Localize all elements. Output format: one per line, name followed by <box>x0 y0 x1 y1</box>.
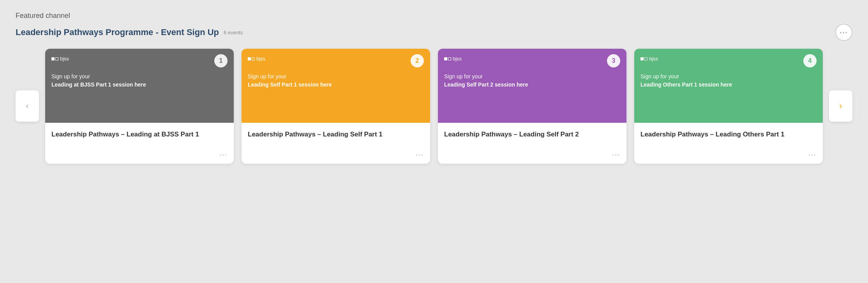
chevron-left-icon: ‹ <box>26 101 28 111</box>
card-dots-button-3[interactable]: ··· <box>612 151 620 159</box>
signup-normal: Sign up for your <box>640 73 679 80</box>
card-body-3: Leadership Pathways – Leading Self Part … <box>438 123 626 146</box>
card-2: bjss 2 Sign up for your Leading Self Par… <box>242 49 430 164</box>
card-image-1: bjss 1 Sign up for your Leading at BJSS … <box>45 49 234 123</box>
card-number-4: 4 <box>803 54 817 67</box>
card-title-2: Leadership Pathways – Leading Self Part … <box>248 130 424 139</box>
logo-sq-2 <box>644 57 647 60</box>
card-footer-3: ··· <box>438 146 626 164</box>
signup-bold: Leading Self Part 2 session here <box>444 81 528 88</box>
card-image-3: bjss 3 Sign up for your Leading Self Par… <box>438 49 626 123</box>
logo-text: bjss <box>256 56 265 62</box>
card-title-1: Leadership Pathways – Leading at BJSS Pa… <box>51 130 228 139</box>
signup-normal: Sign up for your <box>248 73 286 80</box>
page-container: Featured channel Leadership Pathways Pro… <box>16 12 852 164</box>
signup-bold: Leading Others Part 1 session here <box>640 81 732 88</box>
card-body-1: Leadership Pathways – Leading at BJSS Pa… <box>45 123 234 146</box>
card-logo-3: bjss <box>444 56 620 62</box>
card-number-1: 1 <box>214 54 228 67</box>
card-image-4: bjss 4 Sign up for your Leading Others P… <box>634 49 823 123</box>
card-dots-button-4[interactable]: ··· <box>808 151 817 159</box>
card-dots-button-1[interactable]: ··· <box>219 151 228 159</box>
card-logo-4: bjss <box>640 56 817 62</box>
card-4: bjss 4 Sign up for your Leading Others P… <box>634 49 823 164</box>
logo-text: bjss <box>649 56 658 62</box>
logo-text: bjss <box>60 56 69 62</box>
card-signup-text-4: Sign up for your Leading Others Part 1 s… <box>640 73 817 89</box>
card-1: bjss 1 Sign up for your Leading at BJSS … <box>45 49 234 164</box>
events-badge: 6 events <box>224 30 243 35</box>
logo-squares <box>444 57 451 60</box>
logo-sq-1 <box>248 57 251 60</box>
logo-sq-1 <box>51 57 55 60</box>
carousel-container: ‹ bjss 1 Sign up for your Leading at BJS… <box>16 49 852 164</box>
card-body-2: Leadership Pathways – Leading Self Part … <box>242 123 430 146</box>
card-image-2: bjss 2 Sign up for your Leading Self Par… <box>242 49 430 123</box>
card-body-4: Leadership Pathways – Leading Others Par… <box>634 123 823 146</box>
logo-sq-2 <box>448 57 451 60</box>
cards-row: bjss 1 Sign up for your Leading at BJSS … <box>45 49 823 164</box>
channel-title: Leadership Pathways Programme - Event Si… <box>16 27 219 37</box>
signup-bold: Leading at BJSS Part 1 session here <box>51 81 146 88</box>
card-number-2: 2 <box>411 54 424 67</box>
card-signup-text-3: Sign up for your Leading Self Part 2 ses… <box>444 73 620 89</box>
card-dots-button-2[interactable]: ··· <box>416 151 424 159</box>
logo-sq-2 <box>55 57 58 60</box>
card-signup-text-1: Sign up for your Leading at BJSS Part 1 … <box>51 73 228 89</box>
card-title-3: Leadership Pathways – Leading Self Part … <box>444 130 620 139</box>
logo-sq-1 <box>444 57 447 60</box>
signup-normal: Sign up for your <box>444 73 483 80</box>
card-footer-1: ··· <box>45 146 234 164</box>
channel-title-row: Leadership Pathways Programme - Event Si… <box>16 27 243 37</box>
card-title-4: Leadership Pathways – Leading Others Par… <box>640 130 817 139</box>
card-signup-text-2: Sign up for your Leading Self Part 1 ses… <box>248 73 424 89</box>
card-3: bjss 3 Sign up for your Leading Self Par… <box>438 49 626 164</box>
card-number-3: 3 <box>607 54 620 67</box>
channel-header: Leadership Pathways Programme - Event Si… <box>16 24 852 41</box>
logo-sq-2 <box>252 57 255 60</box>
logo-sq-1 <box>640 57 644 60</box>
prev-button[interactable]: ‹ <box>16 90 39 122</box>
card-logo-2: bjss <box>248 56 424 62</box>
card-logo-1: bjss <box>51 56 228 62</box>
logo-squares <box>248 57 255 60</box>
card-footer-4: ··· <box>634 146 823 164</box>
channel-more-button[interactable]: ··· <box>835 24 852 41</box>
card-footer-2: ··· <box>242 146 430 164</box>
signup-bold: Leading Self Part 1 session here <box>248 81 332 88</box>
logo-squares <box>51 57 58 60</box>
signup-normal: Sign up for your <box>51 73 90 80</box>
logo-squares <box>640 57 647 60</box>
chevron-right-icon: › <box>839 101 842 111</box>
logo-text: bjss <box>453 56 462 62</box>
featured-channel-label: Featured channel <box>16 12 852 20</box>
next-button[interactable]: › <box>829 90 852 122</box>
